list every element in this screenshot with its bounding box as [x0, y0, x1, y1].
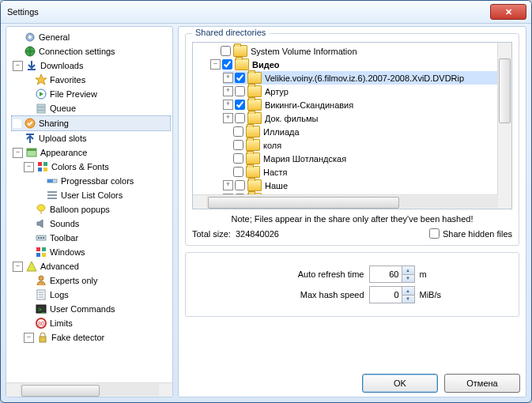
nav-appearance[interactable]: −Appearance	[11, 145, 171, 160]
dir-checkbox[interactable]	[221, 46, 231, 56]
dir-node[interactable]: Настя	[223, 165, 510, 179]
dir-checkbox[interactable]	[235, 100, 245, 110]
nav-user-list-colors[interactable]: User List Colors	[33, 188, 171, 202]
window-title: Settings	[7, 1, 490, 23]
collapse-icon[interactable]: −	[24, 333, 34, 343]
dir-checkbox[interactable]	[233, 167, 243, 177]
nav-file-preview[interactable]: File Preview	[22, 87, 171, 101]
nav-downloads[interactable]: −Downloads	[11, 58, 171, 73]
folder-icon	[235, 58, 249, 70]
nav-sounds[interactable]: Sounds	[22, 217, 171, 231]
collapse-icon[interactable]: −	[24, 162, 34, 172]
nav-advanced[interactable]: −Advanced	[11, 259, 171, 273]
dir-checkbox[interactable]	[233, 126, 243, 137]
expand-icon[interactable]: +	[223, 180, 233, 190]
spin-up-icon[interactable]: ▲	[402, 287, 414, 296]
dir-checkbox[interactable]	[233, 153, 243, 164]
advanced-icon	[25, 260, 38, 273]
svg-rect-6	[37, 107, 45, 110]
folder-icon	[247, 179, 262, 191]
svg-rect-20	[47, 198, 57, 199]
nav-favorites[interactable]: Favorites	[22, 73, 171, 87]
nav-hscrollbar[interactable]	[6, 382, 172, 397]
spin-down-icon[interactable]: ▼	[402, 296, 414, 303]
nav-logs[interactable]: Logs	[22, 288, 171, 302]
auto-refresh-spinner[interactable]: ▲▼	[369, 266, 415, 283]
dir-checkbox[interactable]	[235, 86, 245, 96]
nav-limits[interactable]: 80Limits	[22, 316, 171, 330]
sharing-page: Shared directories System Volume Informa…	[178, 26, 526, 397]
nav-colors-fonts[interactable]: −Colors & Fonts	[22, 160, 171, 174]
dir-checkbox[interactable]	[235, 113, 245, 123]
nav-connection[interactable]: Connection settings	[11, 44, 171, 58]
nav-windows[interactable]: Windows	[22, 245, 171, 259]
collapse-icon[interactable]: −	[13, 262, 23, 272]
svg-text:>_: >_	[38, 306, 46, 313]
dir-checkbox[interactable]	[235, 180, 245, 190]
svg-rect-19	[47, 194, 57, 196]
palette-icon	[36, 160, 49, 173]
svg-point-21	[37, 205, 45, 211]
ok-button[interactable]: OK	[362, 374, 438, 393]
svg-text:80: 80	[38, 321, 44, 326]
folder-icon	[246, 166, 260, 178]
dir-node[interactable]: +Артур	[223, 85, 510, 98]
expand-icon[interactable]: +	[223, 113, 233, 123]
dir-node[interactable]: +Velikie.voiny.(6.filmov.iz.6).2007-2008…	[223, 71, 510, 85]
download-icon	[25, 59, 38, 72]
spin-up-icon[interactable]: ▲	[402, 266, 414, 275]
max-hash-spinner[interactable]: ▲▼	[369, 286, 415, 303]
svg-rect-28	[36, 253, 40, 257]
dir-hscrollbar[interactable]	[193, 194, 511, 209]
dir-node[interactable]: Мария Шотландская	[223, 152, 510, 165]
dir-node[interactable]: +Док. фильмы	[223, 111, 510, 125]
cancel-button[interactable]: Отмена	[444, 374, 520, 393]
auto-refresh-unit: m	[420, 269, 451, 279]
nav-upload-slots[interactable]: Upload slots	[11, 131, 171, 145]
collapse-icon[interactable]: −	[13, 148, 23, 158]
max-hash-input[interactable]	[370, 290, 402, 299]
dir-node-video[interactable]: −Видео	[210, 58, 510, 71]
nav-general[interactable]: General	[11, 30, 171, 44]
share-hidden-checkbox[interactable]: Share hidden files	[429, 228, 512, 239]
dir-checkbox[interactable]	[235, 73, 245, 83]
dir-node[interactable]: +Наше	[223, 179, 510, 192]
close-button[interactable]: ✕	[490, 4, 526, 20]
expand-icon[interactable]: +	[223, 100, 233, 110]
star-icon	[35, 73, 47, 86]
nav-fake-detector[interactable]: −Fake detector	[22, 330, 171, 345]
settings-nav-panel: General Connection settings −Downloads F…	[6, 26, 173, 397]
upload-icon	[24, 132, 36, 145]
spin-down-icon[interactable]: ▼	[402, 275, 414, 283]
dir-vscrollbar[interactable]	[497, 43, 511, 195]
titlebar: Settings ✕	[1, 1, 531, 24]
nav-user-commands[interactable]: >_User Commands	[22, 302, 171, 316]
lock-icon	[36, 331, 49, 344]
settings-nav-tree[interactable]: General Connection settings −Downloads F…	[6, 27, 172, 382]
collapse-icon[interactable]: −	[13, 61, 23, 71]
nav-queue[interactable]: Queue	[22, 101, 171, 115]
folder-icon	[247, 99, 262, 111]
folder-icon	[247, 72, 262, 84]
nav-progressbar-colors[interactable]: Progressbar colors	[33, 174, 171, 188]
nav-toolbar[interactable]: Toolbar	[22, 231, 171, 245]
dir-node[interactable]: System Volume Information	[210, 44, 510, 58]
dir-node[interactable]: +Викинги-Скандинавия	[223, 98, 510, 111]
dir-checkbox[interactable]	[222, 59, 232, 70]
shared-directories-tree[interactable]: System Volume Information −Видео +Veliki…	[192, 42, 512, 209]
nav-experts-only[interactable]: Experts only	[22, 273, 171, 288]
dir-node[interactable]: коля	[223, 138, 510, 152]
dir-node[interactable]: Иллиада	[223, 125, 510, 138]
svg-rect-23	[38, 237, 40, 239]
collapse-icon[interactable]: −	[210, 59, 221, 70]
expand-icon[interactable]: +	[223, 86, 233, 96]
expand-icon[interactable]: +	[223, 73, 233, 83]
expert-icon	[35, 274, 47, 287]
dialog-buttons: OK Отмена	[362, 374, 520, 393]
nav-balloon-popups[interactable]: Balloon popups	[22, 202, 171, 217]
folder-icon	[246, 153, 260, 164]
dir-checkbox[interactable]	[233, 140, 243, 150]
nav-sharing[interactable]: Sharing	[11, 115, 171, 131]
gear-icon	[24, 31, 36, 43]
auto-refresh-input[interactable]	[370, 269, 402, 279]
